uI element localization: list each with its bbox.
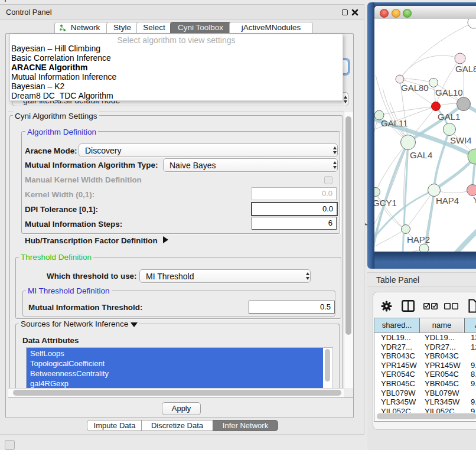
svg-text:HAP4: HAP4	[436, 195, 459, 206]
svg-text:GCY1: GCY1	[374, 198, 397, 208]
svg-text:GAL11: GAL11	[381, 118, 408, 128]
svg-text:GAL1: GAL1	[438, 112, 460, 122]
svg-text:GAL10: GAL10	[435, 87, 463, 97]
svg-text:HAP2: HAP2	[407, 234, 430, 244]
svg-text:GAL4: GAL4	[410, 150, 432, 160]
svg-text:GAL8: GAL8	[455, 64, 476, 74]
svg-text:Y: Y	[473, 195, 476, 205]
svg-text:SWI4: SWI4	[450, 135, 472, 145]
svg-text:GAL80: GAL80	[401, 83, 429, 93]
